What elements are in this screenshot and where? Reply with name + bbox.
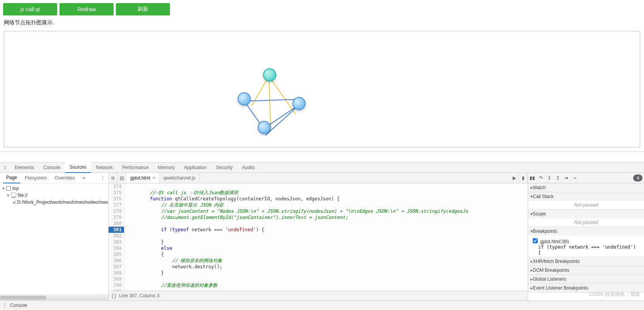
- page-content: js call qt Redraw 刷新 网络节点拓扑图展示.: [0, 0, 644, 152]
- file-tree-scrollbar[interactable]: [0, 295, 108, 300]
- tab-console[interactable]: Console: [39, 163, 65, 173]
- code-view[interactable]: 3743753763773783793803813823833843853863…: [109, 183, 528, 291]
- filetab-overrides[interactable]: Overrides: [51, 173, 78, 183]
- filetab-page[interactable]: Page: [3, 173, 20, 183]
- show-nav-icon[interactable]: ▤: [117, 173, 126, 183]
- open-tab-gplot[interactable]: gplot.html×: [126, 173, 160, 183]
- run-snippet-icon[interactable]: ▶: [510, 173, 519, 183]
- debugger-toolbar: ▮▮ ↷ ↧ ↥ ➔ ⌁ ⏸: [528, 173, 644, 183]
- scope-empty: Not paused: [528, 218, 644, 227]
- tab-performance[interactable]: Performance: [117, 163, 153, 173]
- breakpoint-checkbox[interactable]: [533, 238, 538, 243]
- devtools-tabbar: ⟟ Elements Console Sources Network Perfo…: [0, 163, 644, 173]
- redraw-button[interactable]: Redraw: [59, 3, 114, 15]
- step-over-icon[interactable]: ↷: [537, 175, 545, 181]
- section-xhr-breakpoints[interactable]: XHR/fetch Breakpoints: [528, 257, 644, 266]
- devtools-panel: ⟟ Elements Console Sources Network Perfo…: [0, 162, 644, 310]
- section-watch[interactable]: Watch: [528, 183, 644, 192]
- close-icon[interactable]: ×: [153, 173, 155, 183]
- tab-network[interactable]: Network: [91, 163, 117, 173]
- page-title: 网络节点拓扑图展示.: [0, 19, 644, 29]
- section-callstack[interactable]: Call Stack: [528, 192, 644, 201]
- open-file-tabs: ⧉ ▤ gplot.html× qwebchannel.js ▶ ▮: [109, 173, 528, 183]
- step-icon[interactable]: ➔: [562, 175, 571, 181]
- breakpoint-item[interactable]: gplot.html:381 if (typeof network === 'u…: [528, 235, 644, 257]
- filetab-more-icon[interactable]: »: [79, 173, 88, 183]
- refresh-button[interactable]: 刷新: [116, 3, 170, 15]
- network-node[interactable]: [258, 121, 271, 134]
- file-navigator: Page Filesystem Overrides » ⋮ ▾top ▾file…: [0, 173, 109, 300]
- tab-application[interactable]: Application: [179, 163, 211, 173]
- network-node[interactable]: [263, 68, 276, 81]
- button-row: js call qt Redraw 刷新: [0, 0, 644, 19]
- drawer-label: Console: [10, 303, 27, 308]
- tree-folder[interactable]: ▸D:/Work_Project/work/mesh/meshvideo/mes: [0, 199, 108, 206]
- debugger-sidebar: ▮▮ ↷ ↧ ↥ ➔ ⌁ ⏸ Watch Call Stack Not paus…: [528, 173, 644, 300]
- tab-audits[interactable]: Audits: [237, 163, 259, 173]
- open-tab-qwebchannel[interactable]: qwebchannel.js: [160, 173, 200, 183]
- section-breakpoints[interactable]: Breakpoints: [528, 227, 644, 235]
- code-editor: ⧉ ▤ gplot.html× qwebchannel.js ▶ ▮ 37437…: [109, 173, 528, 300]
- cursor-position: Line 387, Column 3: [119, 291, 159, 300]
- breakpoint-code: if (typeof network === 'undefined') {: [531, 244, 641, 255]
- filetab-filesystem[interactable]: Filesystem: [22, 173, 50, 183]
- deactivate-breakpoints-icon[interactable]: ⌁: [571, 175, 579, 181]
- section-global-listeners[interactable]: Global Listeners: [528, 275, 644, 283]
- inspect-icon[interactable]: ⟟: [0, 165, 10, 170]
- tab-elements[interactable]: Elements: [10, 163, 39, 173]
- code-status-bar: { } Line 387, Column 3: [109, 291, 528, 300]
- step-into-icon[interactable]: ↧: [545, 175, 554, 181]
- line-gutter[interactable]: 3743753763773783793803813823833843853863…: [109, 183, 124, 291]
- section-dom-breakpoints[interactable]: DOM Breakpoints: [528, 266, 644, 274]
- watermark: CSDN @莫固执，朋友: [589, 291, 640, 298]
- nav-back-icon[interactable]: ⧉: [109, 173, 117, 183]
- tree-top[interactable]: ▾top: [0, 185, 108, 192]
- network-node[interactable]: [238, 92, 251, 105]
- js-call-qt-button[interactable]: js call qt: [3, 3, 57, 15]
- tab-security[interactable]: Security: [211, 163, 237, 173]
- code-lines[interactable]: //-Qt call js ：Qt传入Json数据调用 function qtC…: [124, 183, 528, 291]
- section-scope[interactable]: Scope: [528, 210, 644, 218]
- pause-icon[interactable]: ▮▮: [528, 175, 537, 181]
- tab-memory[interactable]: Memory: [153, 163, 179, 173]
- tab-sources[interactable]: Sources: [65, 162, 91, 173]
- step-out-icon[interactable]: ↥: [554, 175, 562, 181]
- console-drawer[interactable]: ⋮ Console: [0, 300, 644, 310]
- pause-exceptions-icon[interactable]: ⏸: [633, 174, 642, 181]
- more-options-icon[interactable]: ▮: [519, 173, 528, 183]
- pretty-print-icon[interactable]: { }: [112, 291, 116, 300]
- filetab-menu-icon[interactable]: ⋮: [97, 173, 108, 183]
- callstack-empty: Not paused: [528, 201, 644, 209]
- drawer-menu-icon[interactable]: ⋮: [2, 303, 7, 308]
- topology-canvas[interactable]: [4, 31, 640, 147]
- network-node[interactable]: [292, 97, 306, 110]
- tree-origin[interactable]: ▾file://: [0, 192, 108, 199]
